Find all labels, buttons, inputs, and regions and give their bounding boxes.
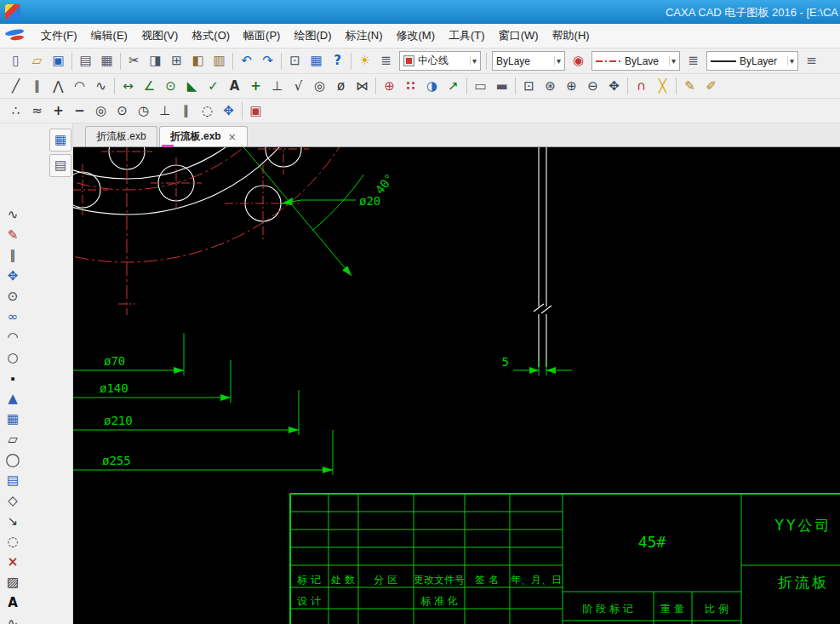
- spline-pen-icon[interactable]: [2, 205, 24, 225]
- color-combo[interactable]: ByLaye: [492, 51, 565, 71]
- line-icon[interactable]: [5, 76, 26, 97]
- table-icon[interactable]: [306, 50, 327, 72]
- menu-file[interactable]: 文件(F): [34, 25, 84, 47]
- rect-fold-icon[interactable]: [2, 430, 24, 449]
- text-a-icon[interactable]: [2, 593, 24, 613]
- paste-icon[interactable]: [187, 50, 209, 72]
- dim-chamfer-icon[interactable]: [181, 76, 203, 97]
- bulb-icon[interactable]: [354, 50, 375, 72]
- lasso-icon[interactable]: [197, 100, 218, 122]
- help-icon[interactable]: [327, 50, 348, 72]
- move-tool-icon[interactable]: [2, 266, 24, 286]
- sphere-icon[interactable]: [421, 76, 443, 97]
- balloon-icon[interactable]: [309, 76, 330, 97]
- paste-special-icon[interactable]: [209, 50, 230, 72]
- arc-icon[interactable]: [69, 76, 90, 97]
- point-style-icon[interactable]: [5, 100, 26, 122]
- cross-guide-icon[interactable]: [652, 76, 673, 97]
- roughness-icon[interactable]: [288, 76, 309, 97]
- center-hole-icon[interactable]: [379, 76, 400, 97]
- dim-radial-icon[interactable]: [160, 76, 181, 97]
- jog-icon[interactable]: [26, 100, 48, 122]
- wave-icon[interactable]: [2, 614, 24, 624]
- drawing-area[interactable]: ø20 40° ø70: [73, 147, 840, 624]
- dim-check-icon[interactable]: [203, 76, 224, 97]
- zoom-in-icon[interactable]: [561, 76, 582, 97]
- snap-icon[interactable]: [631, 76, 652, 97]
- point-draw-icon[interactable]: [2, 369, 24, 388]
- tab-close-icon[interactable]: ×: [228, 131, 237, 143]
- paper-frame-icon[interactable]: [470, 76, 491, 97]
- perpendicular-icon[interactable]: [154, 100, 175, 122]
- datum-icon[interactable]: [266, 76, 288, 97]
- menu-draw[interactable]: 绘图(D): [287, 25, 338, 47]
- circle-point-icon[interactable]: [111, 100, 133, 122]
- copy-icon[interactable]: [145, 50, 166, 72]
- dim-linear-icon[interactable]: [117, 76, 139, 97]
- menu-format[interactable]: 格式(O): [185, 25, 237, 47]
- menu-sheet[interactable]: 幅面(P): [237, 25, 287, 47]
- cross-point-icon[interactable]: [48, 100, 69, 122]
- parallel-snap-icon[interactable]: [175, 100, 197, 122]
- triangle-icon[interactable]: [2, 389, 24, 409]
- open-icon[interactable]: [26, 50, 48, 72]
- menu-tools[interactable]: 工具(T): [442, 25, 492, 47]
- menu-edit[interactable]: 编辑(E): [84, 25, 134, 47]
- cross-mark-icon[interactable]: [2, 552, 24, 572]
- tab-document-2[interactable]: 折流板.exb ×: [159, 126, 248, 146]
- dim-coord-icon[interactable]: [245, 76, 266, 97]
- colorwheel-icon[interactable]: [568, 50, 589, 72]
- dash-point-icon[interactable]: [69, 100, 90, 122]
- tolerance-icon[interactable]: [330, 76, 351, 97]
- stamp-icon[interactable]: [245, 100, 266, 122]
- undo-icon[interactable]: [236, 50, 257, 72]
- layers-icon[interactable]: [375, 50, 397, 72]
- width-mgr-icon[interactable]: [801, 50, 822, 72]
- linetype-mgr-icon[interactable]: [683, 50, 704, 72]
- linetype-combo[interactable]: ByLave: [591, 51, 680, 71]
- weld-icon[interactable]: [351, 76, 373, 97]
- redo-icon[interactable]: [257, 50, 278, 72]
- text-icon[interactable]: [224, 76, 245, 97]
- polygon-icon[interactable]: [2, 491, 24, 511]
- spline-icon[interactable]: [90, 76, 111, 97]
- target-icon[interactable]: [90, 100, 111, 122]
- zoom-all-icon[interactable]: [540, 76, 561, 97]
- polyline-icon[interactable]: [48, 76, 69, 97]
- tab-document-1[interactable]: 折流板.exb: [85, 126, 157, 146]
- panel-icon[interactable]: [2, 471, 24, 490]
- title-bar-icon[interactable]: [491, 76, 512, 97]
- arrow-line-icon[interactable]: [2, 512, 24, 531]
- grid-dots-icon[interactable]: [400, 76, 421, 97]
- menu-window[interactable]: 窗口(W): [492, 25, 546, 47]
- drawing-canvas[interactable]: ø20 40° ø70: [73, 147, 840, 624]
- menu-view[interactable]: 视图(V): [134, 25, 185, 47]
- ellipse-dash-icon[interactable]: [2, 532, 24, 552]
- copy-base-icon[interactable]: [166, 50, 187, 72]
- menu-modify[interactable]: 修改(M): [390, 25, 443, 47]
- clock-icon[interactable]: [133, 100, 154, 122]
- menu-help[interactable]: 帮助(H): [546, 25, 597, 47]
- circle-small-icon[interactable]: [2, 348, 24, 368]
- sheet-order-icon[interactable]: [49, 154, 71, 177]
- sheet-grid-icon[interactable]: [49, 129, 71, 152]
- cut-icon[interactable]: [123, 50, 145, 72]
- brush2-icon[interactable]: [2, 226, 24, 245]
- hatch-icon[interactable]: [2, 573, 24, 593]
- circle-center-icon[interactable]: [2, 287, 24, 306]
- print-icon[interactable]: [96, 50, 117, 72]
- arc-draw-icon[interactable]: [2, 328, 24, 347]
- plot-icon[interactable]: [75, 50, 96, 72]
- link-circles-icon[interactable]: [2, 307, 24, 327]
- zoom-window-icon[interactable]: [518, 76, 540, 97]
- brush-icon[interactable]: [700, 76, 722, 97]
- parallel-draw-icon[interactable]: [2, 246, 24, 266]
- zoom-out-icon[interactable]: [582, 76, 603, 97]
- save-icon[interactable]: [48, 50, 69, 72]
- move-point-icon[interactable]: [218, 100, 239, 122]
- pan-icon[interactable]: [603, 76, 625, 97]
- ole-icon[interactable]: [284, 50, 306, 72]
- menu-dim[interactable]: 标注(N): [338, 25, 389, 47]
- grid-array-icon[interactable]: [2, 409, 24, 429]
- layer-combo[interactable]: 中心线: [399, 51, 481, 71]
